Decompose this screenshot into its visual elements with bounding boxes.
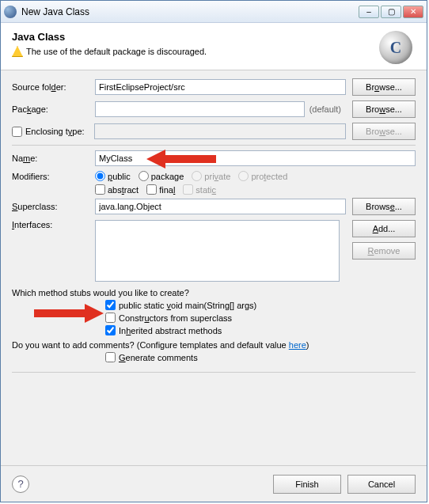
comments-here-link[interactable]: here (289, 340, 306, 350)
enclosing-input (94, 123, 346, 139)
warning-icon (12, 46, 23, 57)
stub-main-row: public static void main(String[] args) (105, 300, 416, 310)
dialog-window: New Java Class – ▢ ✕ Java Class The use … (0, 0, 427, 502)
separator (12, 145, 416, 146)
superclass-browse-button[interactable]: Browse... (352, 198, 416, 215)
minimize-button[interactable]: – (359, 6, 379, 18)
finish-button[interactable]: Finish (273, 475, 341, 494)
title-bar: New Java Class – ▢ ✕ (1, 1, 427, 23)
warning-text: The use of the default package is discou… (26, 47, 207, 56)
window-title: New Java Class (21, 6, 357, 17)
enclosing-row: Enclosing type: Browse... (12, 123, 416, 140)
interfaces-row: Interfaces: Add... Remove (12, 220, 416, 282)
interfaces-buttons: Add... Remove (346, 220, 416, 260)
generate-comments-row: Generate comments (105, 352, 416, 362)
interfaces-list[interactable] (95, 220, 340, 282)
class-badge-icon: C (379, 31, 412, 64)
source-folder-label: Source folder: (12, 82, 95, 92)
superclass-row: Superclass: Browse... (12, 198, 416, 215)
private-radio: private (192, 171, 230, 181)
name-row: Name: (12, 150, 416, 166)
interfaces-remove-button: Remove (352, 242, 416, 260)
interfaces-add-button[interactable]: Add... (352, 220, 416, 237)
stub-main-label: public static void main(String[] args) (119, 301, 256, 310)
enclosing-checkbox[interactable] (12, 127, 22, 137)
enclosing-label: Enclosing type: (25, 127, 94, 136)
help-button[interactable]: ? (12, 476, 29, 493)
arrow-annotation-stubs (34, 302, 105, 324)
modifiers-row: Modifiers: public package private protec… (12, 171, 416, 181)
dialog-header: Java Class The use of the default packag… (1, 23, 427, 70)
svg-marker-1 (34, 304, 104, 323)
package-radio[interactable]: package (139, 171, 184, 181)
stub-inherited-row: Inherited abstract methods (105, 325, 416, 335)
stubs-question: Which method stubs would you like to cre… (12, 288, 416, 297)
close-button[interactable]: ✕ (403, 6, 423, 18)
stub-constructors-row: Constructors from superclass (105, 313, 416, 323)
cancel-button[interactable]: Cancel (347, 475, 416, 494)
package-default-text: (default) (309, 104, 341, 114)
source-folder-input[interactable] (95, 79, 346, 95)
flag-options: abstract final static (95, 184, 216, 195)
source-folder-row: Source folder: Browse... (12, 78, 416, 96)
public-radio[interactable]: public (95, 171, 131, 181)
enclosing-browse-button: Browse... (352, 123, 416, 140)
maximize-button[interactable]: ▢ (381, 6, 401, 18)
form-body: Source folder: Browse... Package: (defau… (1, 70, 427, 381)
superclass-input[interactable] (95, 199, 346, 214)
name-input[interactable] (95, 150, 416, 166)
generate-comments-checkbox[interactable] (105, 352, 116, 362)
package-input[interactable] (95, 101, 305, 117)
package-browse-button[interactable]: Browse... (352, 100, 416, 118)
generate-comments-label: Generate comments (119, 353, 198, 362)
abstract-checkbox[interactable]: abstract (95, 184, 139, 195)
package-row: Package: (default) Browse... (12, 100, 416, 118)
superclass-label: Superclass: (12, 202, 95, 211)
access-options: public package private protected (95, 171, 287, 181)
stub-constructors-label: Constructors from superclass (119, 313, 232, 323)
separator (12, 372, 416, 373)
dialog-heading: Java Class (12, 31, 416, 43)
warning-row: The use of the default package is discou… (12, 46, 416, 57)
package-label: Package: (12, 104, 95, 114)
source-folder-browse-button[interactable]: Browse... (352, 78, 416, 96)
interfaces-label: Interfaces: (12, 220, 95, 229)
stub-inherited-checkbox[interactable] (105, 325, 116, 335)
stubs-section: Which method stubs would you like to cre… (12, 288, 416, 335)
modifiers-label: Modifiers: (12, 172, 95, 181)
stub-main-checkbox[interactable] (105, 300, 116, 310)
stub-inherited-label: Inherited abstract methods (119, 326, 222, 335)
modifier-flags-row: abstract final static (12, 184, 416, 195)
dialog-footer: ? Finish Cancel (1, 465, 427, 502)
static-checkbox: static (183, 184, 216, 195)
stub-constructors-checkbox[interactable] (105, 313, 116, 323)
final-checkbox[interactable]: final (146, 184, 175, 195)
comments-question: Do you want to add comments? (Configure … (12, 340, 416, 350)
protected-radio: protected (238, 171, 287, 181)
name-label: Name: (12, 153, 95, 163)
app-icon (4, 6, 17, 18)
